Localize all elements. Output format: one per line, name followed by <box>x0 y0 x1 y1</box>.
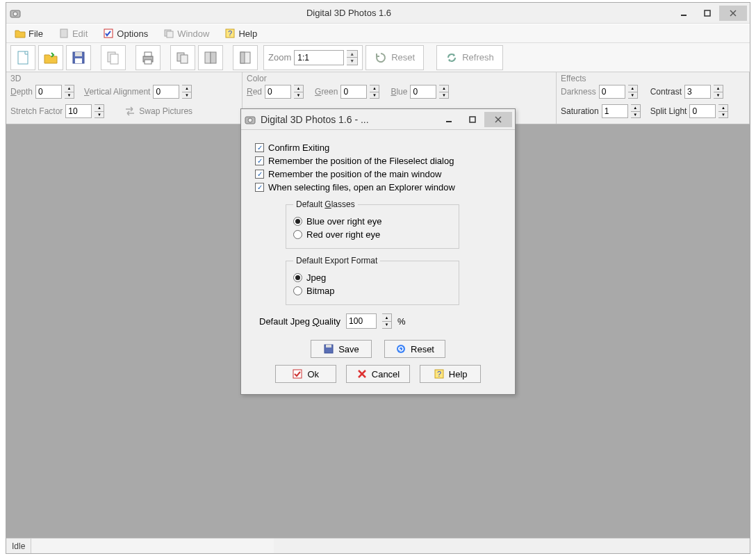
chk-confirm-exiting[interactable]: ✓ <box>255 143 264 152</box>
panel-effects: Effects Darkness ▲▼ Contrast ▲▼ Saturati… <box>557 72 750 124</box>
refresh-button[interactable]: Refresh <box>436 45 503 70</box>
open-button[interactable] <box>38 45 63 70</box>
svg-rect-17 <box>110 54 118 64</box>
dialog-save-button[interactable]: Save <box>311 340 372 358</box>
menu-help[interactable]: ? Help <box>222 26 260 40</box>
chk-remember-fileselect[interactable]: ✓ <box>255 156 264 165</box>
dialog-minimize-button[interactable] <box>437 112 461 127</box>
print-button[interactable] <box>135 45 161 70</box>
save-button[interactable] <box>66 45 91 70</box>
svg-rect-3 <box>705 10 710 16</box>
copy-button[interactable] <box>101 45 126 70</box>
menu-edit[interactable]: Edit <box>56 26 90 40</box>
dialog-title: Digital 3D Photos 1.6 - ... <box>261 114 437 125</box>
reset-button[interactable]: Reset <box>365 45 424 70</box>
split-spinner[interactable]: ▲▼ <box>718 104 728 118</box>
valign-input[interactable] <box>153 85 179 99</box>
split-input[interactable] <box>689 104 716 118</box>
valign-spinner[interactable]: ▲▼ <box>182 85 192 99</box>
folder-icon <box>15 28 26 39</box>
maximize-button[interactable] <box>696 6 719 21</box>
radio-red-right[interactable] <box>293 230 302 239</box>
tile-button[interactable] <box>170 45 195 70</box>
green-spinner[interactable]: ▲▼ <box>370 85 379 99</box>
blue-input[interactable] <box>410 85 436 99</box>
menu-options-label: Options <box>117 28 148 39</box>
zoom-spinner[interactable]: ▲▼ <box>347 50 358 65</box>
depth-label: Depth <box>10 87 33 97</box>
red-label: Red <box>247 87 262 97</box>
new-button[interactable] <box>10 45 35 70</box>
menu-options[interactable]: Options <box>100 26 151 40</box>
radio-jpeg[interactable] <box>293 273 302 282</box>
svg-rect-19 <box>145 52 151 56</box>
depth-spinner[interactable]: ▲▼ <box>65 85 74 99</box>
panel-color-title: Color <box>247 74 552 83</box>
dialog-reset-button[interactable]: Reset <box>384 340 445 358</box>
red-spinner[interactable]: ▲▼ <box>294 85 304 99</box>
dialog-app-icon <box>244 113 256 126</box>
dialog-cancel-label: Cancel <box>372 369 400 379</box>
radio-bitmap[interactable] <box>293 286 302 295</box>
dialog-close-button[interactable] <box>484 112 512 127</box>
dialog-titlebar: Digital 3D Photos 1.6 - ... <box>241 109 515 130</box>
minimize-button[interactable] <box>672 6 696 21</box>
chk-open-explorer[interactable]: ✓ <box>255 183 264 192</box>
panel-3d-title: 3D <box>10 74 238 83</box>
saturation-spinner[interactable]: ▲▼ <box>631 104 641 118</box>
contrast-spinner[interactable]: ▲▼ <box>714 85 723 99</box>
blue-label: Blue <box>391 87 407 97</box>
svg-rect-14 <box>75 52 82 56</box>
green-label: Green <box>315 87 338 97</box>
stretch-spinner[interactable]: ▲▼ <box>94 104 104 118</box>
svg-point-28 <box>248 118 252 122</box>
menu-window[interactable]: Window <box>161 26 212 40</box>
stretch-input[interactable] <box>65 104 92 118</box>
chk-mainwin-label: Remember the position of the main window <box>268 169 441 179</box>
zoom-input[interactable] <box>294 50 344 65</box>
glasses-legend: Default Glasses <box>293 199 358 209</box>
radio-blue-right[interactable] <box>293 217 302 226</box>
swap-button[interactable]: Swap Pictures <box>139 106 192 116</box>
svg-text:?: ? <box>228 29 232 38</box>
green-input[interactable] <box>340 85 367 99</box>
svg-rect-15 <box>75 58 82 63</box>
radio-bitmap-label: Bitmap <box>306 286 334 296</box>
contrast-input[interactable] <box>684 85 711 99</box>
export-legend: Default Export Format <box>293 256 380 265</box>
svg-point-35 <box>397 345 405 353</box>
svg-rect-26 <box>240 52 245 63</box>
darkness-input[interactable] <box>599 85 625 99</box>
dialog-cancel-button[interactable]: Cancel <box>346 365 410 383</box>
dialog-body: ✓ Confirm Exiting ✓ Remember the positio… <box>241 130 515 394</box>
close-button[interactable] <box>719 6 747 21</box>
chk-explorer-label: When selecting files, open an Explorer w… <box>268 182 455 193</box>
depth-input[interactable] <box>35 85 62 99</box>
chk-remember-mainwindow[interactable]: ✓ <box>255 170 264 179</box>
view-button[interactable] <box>233 45 258 70</box>
radio-red-label: Red over right eye <box>306 229 380 240</box>
jpeg-quality-input[interactable] <box>346 313 377 329</box>
status-cell2 <box>31 539 274 553</box>
split-button[interactable] <box>198 45 223 70</box>
window-title: Digital 3D Photos 1.6 <box>26 8 672 18</box>
valign-label: Vertical Alignment <box>84 87 150 97</box>
menu-file[interactable]: File <box>12 26 46 40</box>
window-icon <box>163 28 174 39</box>
jpeg-suffix: % <box>397 316 406 327</box>
dialog-maximize-button[interactable] <box>461 112 484 127</box>
saturation-input[interactable] <box>602 104 628 118</box>
stretch-label: Stretch Factor <box>10 106 63 116</box>
red-input[interactable] <box>265 85 291 99</box>
dialog-ok-button[interactable]: Ok <box>275 365 336 383</box>
blue-spinner[interactable]: ▲▼ <box>439 85 449 99</box>
dialog-help-label: Help <box>449 369 468 379</box>
panel-3d: 3D Depth ▲▼ Vertical Alignment ▲▼ Stretc… <box>6 72 243 124</box>
jpeg-quality-spinner[interactable]: ▲▼ <box>382 313 392 329</box>
ok-icon <box>292 368 303 379</box>
reset-label: Reset <box>391 52 415 63</box>
svg-rect-23 <box>205 52 211 63</box>
radio-blue-label: Blue over right eye <box>306 216 381 227</box>
darkness-spinner[interactable]: ▲▼ <box>628 85 638 99</box>
dialog-help-button[interactable]: ? Help <box>420 365 481 383</box>
